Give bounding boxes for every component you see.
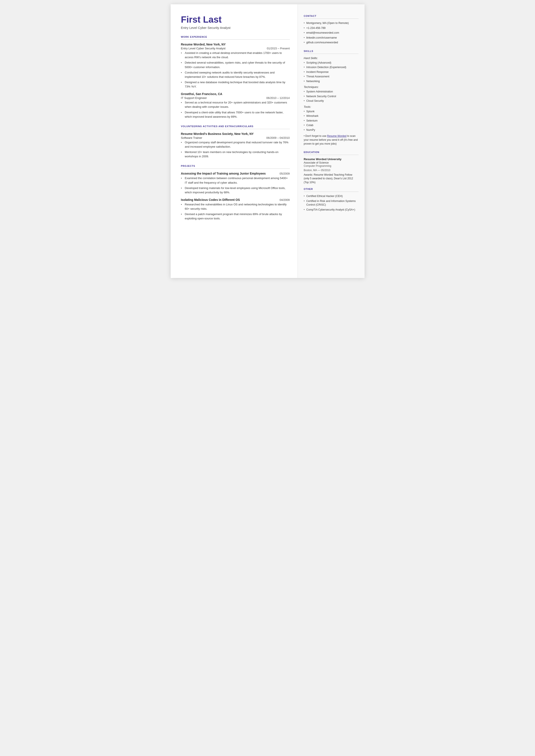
list-item: Cloud Security [304,99,358,103]
job-dates-1: 01/2015 – Present [267,47,290,50]
project-title-1: Assessing the Impact of Training among J… [181,172,266,175]
list-item: Scripting (Advanced) [304,61,358,65]
skills-title: SKILLS [304,50,358,52]
list-item: Splunk [304,110,358,114]
job-title-row-2: IT Support Engineer 06/2010 – 12/2014 [181,96,290,99]
techniques-list: System Administration Network Security C… [304,90,358,103]
list-item: Organized company staff development prog… [181,140,290,149]
field-of-study: Computer Programming [304,164,358,167]
list-item: Networking [304,79,358,83]
list-item: Served as a technical resource for 20+ s… [181,100,290,109]
candidate-tagline: Entry Level Cyber Security Analyst [181,26,290,30]
other-title: OTHER [304,188,358,190]
list-item: Detected several vulnerabilities, system… [181,61,290,69]
list-item: Wireshark [304,114,358,118]
job-title-1: Entry Level Cyber Security Analyst [181,47,226,50]
list-item: Designed a new database modeling techniq… [181,80,290,89]
job-company-3: Resume Worded's Business Society, New Yo… [181,132,290,136]
hard-skills-label: Hard Skills: [304,56,358,60]
contact-list: Montgomery, MA (Open to Remote) +1-234-4… [304,21,358,44]
edu-awards: Awards: Resume Worded Teaching Fellow (o… [304,173,358,184]
job-dates-2: 06/2010 – 12/2014 [266,96,290,99]
job-company-1: Resume Worded, New York, NY [181,43,290,46]
work-experience-title: WORK EXPERIENCE [181,36,290,38]
list-item: Devised a patch management program that … [181,212,290,221]
job-header-2: Growthsi, San Francisco, CA [181,92,290,96]
job-company-2: Growthsi, San Francisco, CA [181,92,290,96]
volunteering-title: VOLUNTEERING ACTIVITIES AND EXTRACURRICU… [181,125,290,127]
list-item: Montgomery, MA (Open to Remote) [304,21,358,25]
tools-list: Splunk Wireshark Selenium Colab NumPy [304,110,358,132]
job-header-1: Resume Worded, New York, NY [181,43,290,46]
list-item: Certified in Risk and Information System… [304,199,358,207]
job-title-row-3: Software Trainer 06/2009 – 04/2010 [181,136,290,139]
other-list: Certified Ethical Hacker (CEH) Certified… [304,194,358,211]
hard-skills-list: Scripting (Advanced) Intrusion Detection… [304,61,358,83]
job-dates-3: 06/2009 – 04/2010 [266,136,290,139]
project-block-1: Assessing the Impact of Training among J… [181,172,290,195]
job-block-2: Growthsi, San Francisco, CA IT Support E… [181,92,290,119]
project-date-2: 04/2009 [280,198,290,202]
job-header-3: Resume Worded's Business Society, New Yo… [181,132,290,136]
contact-divider [304,18,358,19]
list-item: Examined the correlation between continu… [181,176,290,185]
job-title-2: IT Support Engineer [181,96,207,99]
list-item: Incident Response [304,70,358,74]
left-column: First Last Entry Level Cyber Security An… [171,4,298,278]
project-bullets-1: Examined the correlation between continu… [181,176,290,195]
resume-page: First Last Entry Level Cyber Security An… [171,4,365,278]
job-title-3: Software Trainer [181,136,202,139]
list-item: NumPy [304,128,358,132]
list-item: Certified Ethical Hacker (CEH) [304,194,358,198]
job-block-1: Resume Worded, New York, NY Entry Level … [181,43,290,89]
list-item: Network Security Control [304,95,358,98]
skills-divider [304,54,358,54]
list-item: Developed training materials for low-lev… [181,186,290,195]
list-item: System Administration [304,90,358,94]
resume-worded-link[interactable]: Resume Worded [327,134,347,137]
contact-title: CONTACT [304,14,358,17]
degree: Associate of Science [304,161,358,164]
list-item: Researched the vulnerabilities in Linux … [181,202,290,211]
list-item: Colab [304,124,358,127]
promo-text: • Don't forget to use Resume Worded to s… [304,134,358,146]
list-item: github.com/resumeworded [304,41,358,44]
job-bullets-1: Assisted in creating a virtual desktop e… [181,51,290,89]
list-item: Conducted sweeping network audits to ide… [181,70,290,79]
job-block-3: Resume Worded's Business Society, New Yo… [181,132,290,159]
project-block-2: Isolating Malicious Codes in Different O… [181,198,290,221]
education-title: EDUCATION [304,151,358,154]
list-item: Assisted in creating a virtual desktop e… [181,51,290,60]
techniques-label: Techniques: [304,85,358,89]
project-bullets-2: Researched the vulnerabilities in Linux … [181,202,290,221]
job-title-row-1: Entry Level Cyber Security Analyst 01/20… [181,47,290,50]
school-name: Resume Worded University [304,157,358,161]
list-item: Selenium [304,119,358,123]
job-bullets-3: Organized company staff development prog… [181,140,290,159]
list-item: +1-234-456-789 [304,26,358,30]
volunteering-divider [181,129,290,129]
projects-title: PROJECTS [181,165,290,167]
list-item: Threat Assessment [304,75,358,79]
project-header-1: Assessing the Impact of Training among J… [181,172,290,175]
tools-label: Tools: [304,105,358,108]
list-item: email@resumeworded.com [304,31,358,35]
list-item: CompTIA Cybersecurity Analyst (CySA+) [304,208,358,212]
project-title-2: Isolating Malicious Codes in Different O… [181,198,240,202]
list-item: Intrusion Detection (Experienced) [304,66,358,70]
candidate-name: First Last [181,14,290,25]
list-item: linkedin.com/in/username [304,36,358,40]
project-date-1: 05/2009 [280,172,290,175]
location-date: Boston, MA — 05/2010 [304,169,358,172]
list-item: Mentored 10+ team members on new technol… [181,150,290,159]
project-header-2: Isolating Malicious Codes in Different O… [181,198,290,202]
right-column: CONTACT Montgomery, MA (Open to Remote) … [298,4,365,278]
job-bullets-2: Served as a technical resource for 20+ s… [181,100,290,119]
list-item: Developed a client-side utility that all… [181,110,290,119]
